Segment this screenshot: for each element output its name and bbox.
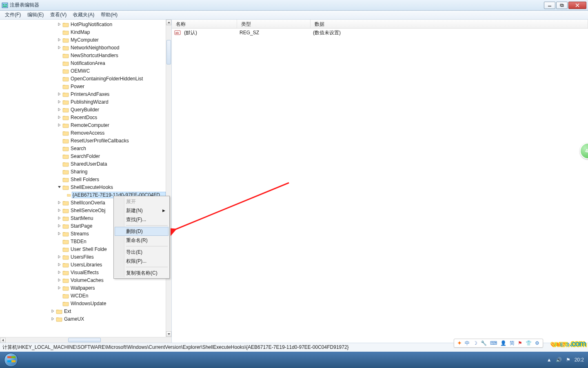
tray-action-icon[interactable]: ⚑: [566, 357, 570, 363]
expand-icon[interactable]: [57, 45, 62, 50]
ctx-rename[interactable]: 重命名(R): [115, 236, 169, 245]
expand-icon[interactable]: [57, 255, 62, 259]
expand-icon[interactable]: [51, 317, 55, 321]
expand-icon[interactable]: [57, 224, 62, 228]
expand-icon[interactable]: [57, 231, 62, 236]
ctx-new[interactable]: 新建(N)▶: [115, 206, 169, 215]
expand-icon[interactable]: [57, 92, 62, 96]
ctx-delete[interactable]: 删除(D): [115, 227, 169, 236]
expand-icon[interactable]: [57, 76, 62, 81]
tree-node[interactable]: Power: [0, 82, 166, 90]
ime-moon-icon[interactable]: ☽: [473, 340, 477, 346]
ime-shirt-icon[interactable]: 👕: [526, 340, 532, 346]
expand-icon[interactable]: [57, 216, 62, 220]
scroll-down-button[interactable]: [166, 331, 171, 337]
expand-icon[interactable]: [57, 53, 62, 58]
scroll-thumb[interactable]: [166, 40, 171, 64]
scroll-left-button[interactable]: [0, 338, 6, 343]
menu-fav[interactable]: 收藏夹(A): [70, 11, 98, 19]
expand-icon[interactable]: [57, 185, 62, 189]
menu-view[interactable]: 查看(V): [47, 11, 70, 19]
ime-tool-icon[interactable]: 🔧: [481, 340, 487, 346]
tree-node[interactable]: NetworkNeighborhood: [0, 44, 166, 51]
tree-node[interactable]: SharedUserData: [0, 160, 166, 168]
expand-icon[interactable]: [57, 162, 62, 166]
tree-node[interactable]: HotPlugNotification: [0, 20, 166, 28]
tray-volume-icon[interactable]: 🔊: [556, 357, 562, 363]
expand-icon[interactable]: [64, 193, 66, 197]
tree-node[interactable]: Ext: [0, 307, 166, 315]
tree-node[interactable]: MyComputer: [0, 36, 166, 44]
expand-icon[interactable]: [57, 123, 62, 127]
tree-node[interactable]: Search: [0, 144, 166, 152]
tree-node[interactable]: KindMap: [0, 28, 166, 36]
expand-icon[interactable]: [57, 61, 62, 65]
col-data[interactable]: 数据: [311, 20, 588, 28]
tree-node[interactable]: RemoveAccess: [0, 129, 166, 137]
ime-keyboard-icon[interactable]: ⌨: [490, 340, 497, 346]
ime-mode[interactable]: 简: [510, 340, 515, 347]
ime-icon[interactable]: ✦: [457, 340, 462, 346]
tree-node[interactable]: RecentDocs: [0, 113, 166, 121]
expand-icon[interactable]: [57, 38, 62, 42]
expand-icon[interactable]: [57, 69, 62, 73]
expand-icon[interactable]: [57, 30, 62, 34]
tree-node[interactable]: SearchFolder: [0, 152, 166, 160]
tree-node[interactable]: ResetUserProfileCallbacks: [0, 137, 166, 144]
tree-node[interactable]: WCDEn: [0, 292, 166, 299]
tray-time[interactable]: 20:2: [575, 357, 584, 363]
ime-gear-icon[interactable]: ⚙: [535, 340, 539, 346]
system-tray[interactable]: ▲ 🔊 ⚑ 20:2: [547, 357, 588, 363]
ime-person-icon[interactable]: 👤: [500, 340, 506, 346]
scroll-thumb-h[interactable]: [68, 338, 101, 342]
expand-icon[interactable]: [57, 107, 62, 112]
expand-icon[interactable]: [57, 131, 62, 135]
expand-icon[interactable]: [57, 115, 62, 120]
tree-node[interactable]: ShellExecuteHooks: [0, 183, 166, 191]
list-row[interactable]: ab (默认) REG_SZ (数值未设置): [172, 29, 588, 37]
tree-node[interactable]: NotificationArea: [0, 59, 166, 67]
expand-icon[interactable]: [57, 278, 62, 282]
ime-lang[interactable]: 中: [465, 340, 470, 347]
col-name[interactable]: 名称: [172, 20, 237, 28]
expand-icon[interactable]: [57, 22, 62, 27]
expand-icon[interactable]: [57, 301, 62, 306]
expand-icon[interactable]: [57, 146, 62, 151]
tree-node[interactable]: PrintersAndFaxes: [0, 90, 166, 98]
expand-icon[interactable]: [57, 262, 62, 267]
close-button[interactable]: [568, 2, 586, 9]
ctx-copyname[interactable]: 复制项名称(C): [115, 268, 169, 277]
tree-node[interactable]: WindowsUpdate: [0, 299, 166, 307]
tree-node[interactable]: OEMWC: [0, 67, 166, 75]
tree-vertical-scrollbar[interactable]: [166, 20, 171, 337]
menu-file[interactable]: 文件(F): [2, 11, 24, 19]
tree-node[interactable]: QueryBuilder: [0, 106, 166, 113]
tree-node[interactable]: NewShortcutHandlers: [0, 51, 166, 59]
tree-horizontal-scrollbar[interactable]: [0, 337, 166, 343]
expand-icon[interactable]: [57, 154, 62, 158]
expand-icon[interactable]: [57, 247, 62, 251]
scroll-up-button[interactable]: [166, 20, 171, 25]
expand-icon[interactable]: [57, 138, 62, 143]
expand-icon[interactable]: [51, 309, 55, 313]
col-type[interactable]: 类型: [237, 20, 311, 28]
tree-node[interactable]: PublishingWizard: [0, 98, 166, 106]
expand-icon[interactable]: [57, 208, 62, 213]
maximize-button[interactable]: [556, 2, 568, 9]
ctx-export[interactable]: 导出(E): [115, 248, 169, 257]
tray-up-icon[interactable]: ▲: [547, 357, 552, 363]
ctx-perm[interactable]: 权限(P)...: [115, 257, 169, 266]
tree-node[interactable]: GameUX: [0, 315, 166, 323]
expand-icon[interactable]: [57, 84, 62, 89]
tree-node[interactable]: Shell Folders: [0, 175, 166, 183]
expand-icon[interactable]: [57, 169, 62, 174]
expand-icon[interactable]: [57, 293, 62, 298]
expand-icon[interactable]: [57, 239, 62, 244]
expand-icon[interactable]: [57, 100, 62, 104]
ime-flag-icon[interactable]: ⚑: [518, 340, 522, 346]
minimize-button[interactable]: [544, 2, 555, 9]
menu-help[interactable]: 帮助(H): [98, 11, 121, 19]
start-button[interactable]: [0, 352, 22, 368]
ime-toolbar[interactable]: ✦ 中 ☽ 🔧 ⌨ 👤 简 ⚑ 👕 ⚙: [454, 339, 543, 348]
expand-icon[interactable]: [57, 177, 62, 182]
